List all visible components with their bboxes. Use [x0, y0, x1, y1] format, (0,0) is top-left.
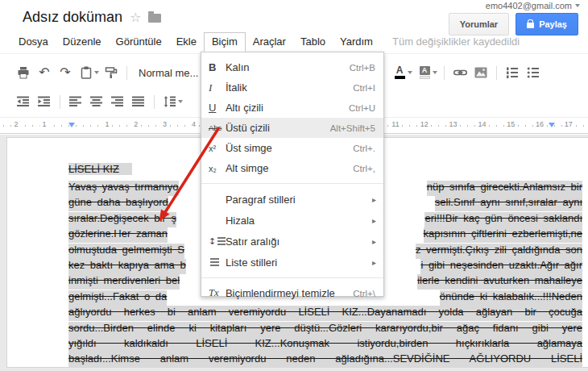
- bold-icon: B: [201, 61, 226, 73]
- print-icon[interactable]: [13, 63, 34, 82]
- align-justify-icon[interactable]: [128, 92, 149, 111]
- menu-item-label: Hizala: [226, 215, 372, 227]
- indent-decrease-icon[interactable]: [13, 92, 34, 111]
- format-menu-item-kal-n[interactable]: BKalınCtrl+B: [201, 57, 383, 77]
- superscript-icon: x²: [201, 144, 226, 153]
- save-status: Tüm değişiklikler kaydedildi: [392, 35, 520, 48]
- indent-increase-icon[interactable]: [34, 92, 55, 111]
- menu-item-label: Üst simge: [226, 142, 353, 154]
- menu-item-label: Kalın: [226, 61, 350, 73]
- text-color-dropdown-icon[interactable]: [408, 71, 412, 74]
- menubar-item-bi-im[interactable]: Biçim: [204, 32, 246, 52]
- line-spacing-dropdown-icon[interactable]: [178, 100, 183, 103]
- folder-icon[interactable]: [148, 14, 161, 23]
- text-fragment-right: i gibi neşesinden uzaktı.Ağır ağır: [420, 259, 582, 274]
- menubar-item-dosya[interactable]: Dosya: [11, 32, 56, 52]
- menu-item-label: İtalik: [226, 81, 353, 94]
- menu-item-shortcut: Ctrl+I: [353, 83, 383, 93]
- list-styles-icon: [201, 258, 226, 266]
- menubar-item-d-zenle[interactable]: Düzenle: [56, 32, 109, 52]
- text-fragment-right: eri!!!Bir kaç gün öncesi saklandı: [424, 212, 582, 227]
- format-menu-item-sat-r-aral[interactable]: ↕Satır aralığı▸: [201, 231, 383, 252]
- text-fragment-left: sıralar.Değişecek bir ş: [68, 212, 176, 227]
- menubar-item-ara-lar[interactable]: Araçlar: [246, 32, 293, 52]
- numbered-list-icon[interactable]: [502, 63, 523, 82]
- ruler-number: 14: [475, 120, 488, 128]
- menu-item-label: Üstü çizili: [226, 122, 330, 134]
- chevron-down-icon: [575, 4, 580, 7]
- text-fragment-left: gelmişti...Fakat o da: [68, 290, 167, 306]
- align-left-icon[interactable]: [65, 92, 86, 111]
- format-menu-item-st-izili[interactable]: AbcÜstü çiziliAlt+Shift+5: [201, 118, 383, 138]
- toolbar-separator: [496, 66, 497, 80]
- toolbar-separator: [126, 66, 127, 80]
- paste-dropdown-icon[interactable]: [94, 71, 99, 74]
- menubar-item-ekle[interactable]: Ekle: [169, 32, 204, 52]
- paint-format-icon[interactable]: [101, 63, 122, 82]
- title-row: Adsız doküman ☆: [23, 9, 161, 26]
- document-heading[interactable]: LİSELİ KIZ: [68, 163, 132, 175]
- insert-link-icon[interactable]: [449, 63, 470, 82]
- document-title[interactable]: Adsız doküman: [23, 9, 122, 26]
- format-menu-item-i-talik[interactable]: IİtalikCtrl+I: [201, 77, 383, 98]
- submenu-arrow-icon: ▸: [372, 237, 383, 246]
- menubar-item-tablo[interactable]: Tablo: [293, 32, 333, 52]
- left-indent-marker[interactable]: [68, 123, 75, 127]
- ruler-number: 3: [160, 120, 169, 128]
- menu-item-label: Paragraf stilleri: [226, 194, 372, 206]
- ruler-number: 2: [11, 120, 20, 128]
- google-docs-window: emo4402@gmail.com Adsız doküman ☆ Yoruml…: [0, 0, 588, 371]
- subscript-icon: x₂: [201, 164, 226, 173]
- menu-item-shortcut: Ctrl+\: [353, 289, 383, 298]
- menubar-item-g-r-nt-le[interactable]: Görüntüle: [109, 32, 169, 52]
- lock-icon: [527, 23, 534, 28]
- format-menu-item-alt-izili[interactable]: UAltı çiziliCtrl+U: [201, 98, 383, 118]
- italic-icon: I: [201, 81, 226, 94]
- text-line[interactable]: başladı...Kimse anlam veremiyordu neden …: [68, 352, 582, 368]
- ruler-number: 1: [39, 120, 48, 128]
- format-menu-item-liste-stilleri[interactable]: Liste stilleri▸: [201, 252, 383, 273]
- menu-item-shortcut: Ctrl+.: [353, 144, 383, 153]
- star-icon[interactable]: ☆: [130, 11, 141, 24]
- format-menu-item-paragraf-stilleri[interactable]: Paragraf stilleri▸: [201, 189, 383, 210]
- ruler-number: 15: [504, 120, 517, 128]
- insert-image-icon[interactable]: [470, 63, 491, 82]
- account-menu[interactable]: emo4402@gmail.com: [486, 1, 580, 10]
- text-line[interactable]: ağlıyordu herkes bi anlam veremiyordu Lİ…: [68, 306, 582, 321]
- text-fragment-left: güne daha başlıyord: [68, 196, 168, 211]
- text-line[interactable]: yığıldı kaldıkaldı LİSELİ KIZ...Konuşmak…: [68, 337, 582, 352]
- right-indent-marker[interactable]: [549, 123, 555, 127]
- menu-item-shortcut: Alt+Shift+5: [330, 123, 383, 133]
- submenu-arrow-icon: ▸: [372, 258, 383, 267]
- submenu-arrow-icon: ▸: [372, 216, 383, 225]
- highlight-dropdown-icon[interactable]: [433, 71, 437, 74]
- text-line[interactable]: sordu...Birden elinde ki kitapları yere …: [68, 322, 582, 337]
- account-email: emo4402@gmail.com: [486, 1, 572, 10]
- format-menu-item-alt-simge[interactable]: x₂Alt simgeCtrl+,: [201, 158, 383, 178]
- menubar-item-yard-m[interactable]: Yardım: [333, 32, 380, 52]
- line-spacing-icon: ↕: [201, 236, 226, 247]
- text-fragment-left: Yavaş yavaş tırmanıyo: [68, 181, 179, 196]
- menu-separator: [201, 183, 383, 184]
- text-fragment-right: kapısının çiftlerini ezberlemişti,ne: [424, 227, 582, 243]
- toolbar-separator: [154, 95, 155, 109]
- paragraph-style-selector[interactable]: Normal me...: [132, 67, 205, 79]
- text-fragment-right: nüp sınıfa girecekti.Anlamsız bir: [427, 181, 582, 196]
- text-fragment-left: olmuştuda gelmemişti S: [68, 244, 184, 259]
- text-fragment-right: seli.Sınıf aynı sınıf,sıralar aynı: [435, 196, 582, 211]
- menu-separator: [201, 277, 383, 278]
- text-fragment-right: önünde ki kalabalık...!!!Neden: [440, 290, 582, 306]
- ruler-number: 4: [189, 120, 198, 128]
- align-center-icon[interactable]: [86, 92, 107, 111]
- format-menu-item-bi-imlendirmeyi-temizle[interactable]: TxBiçimlendirmeyi temizleCtrl+\: [201, 283, 383, 303]
- menu-item-label: Altı çizili: [226, 102, 349, 114]
- format-menu-item-st-simge[interactable]: x²Üst simgeCtrl+.: [201, 138, 383, 158]
- ruler-number: 11: [389, 120, 401, 128]
- bulleted-list-icon[interactable]: [523, 63, 544, 82]
- format-menu-item-hizala[interactable]: Hizala▸: [201, 210, 383, 231]
- undo-icon[interactable]: ↶: [34, 63, 55, 82]
- align-right-icon[interactable]: [107, 92, 128, 111]
- redo-icon[interactable]: ↷: [55, 63, 76, 82]
- submenu-arrow-icon: ▸: [372, 195, 383, 204]
- text-fragment-left: gözlerine.Her zaman: [68, 227, 168, 243]
